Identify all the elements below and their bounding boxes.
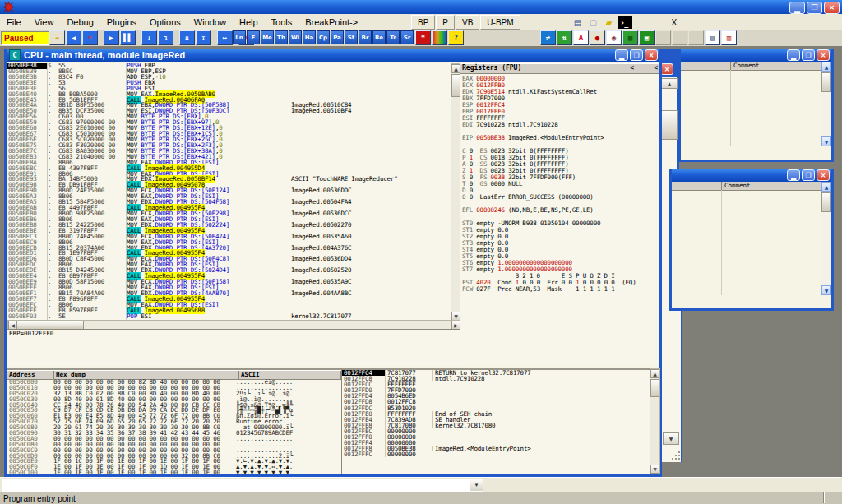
resize-grip[interactable]: [670, 451, 680, 461]
disasm-row[interactable]: 0050BEC3.8B0D 74F45000MOV ECX,DWORD PTR …: [7, 234, 451, 240]
menu-window[interactable]: Window: [187, 15, 233, 30]
disasm-row[interactable]: 0050BE83.C683 21040000 00MOV BYTE PTR DS…: [7, 155, 451, 160]
trace-over-icon[interactable]: ↧: [196, 30, 211, 45]
scroll-thumb[interactable]: [650, 379, 659, 397]
folder-icon[interactable]: ▰: [602, 16, 617, 29]
maximize-button[interactable]: ❐: [802, 49, 815, 61]
record-dot-icon[interactable]: ●: [590, 30, 605, 45]
document-icon[interactable]: ▢: [586, 16, 601, 29]
dump-row[interactable]: 0050C1001F 00 1F 00 1F 00 1F 00 1F 00 1F…: [7, 470, 341, 474]
run-to-return-icon[interactable]: ↦: [217, 30, 233, 45]
disasm-row[interactable]: 0050BEF7.E8 F896F8FFCALL ImageRed.004955…: [7, 297, 451, 303]
panel-button-ln[interactable]: Ln: [233, 30, 246, 44]
scroll-up-arrow[interactable]: ▲: [661, 78, 678, 89]
plugin-button-p[interactable]: P: [436, 15, 455, 30]
register-line[interactable]: T 0 GS 0000 NULL: [462, 181, 659, 187]
register-line[interactable]: EFL 00000246 (NO,NB,E,BE,NS,PE,GE,LE): [462, 207, 659, 214]
disasm-row[interactable]: 0050BEE9.8B0D 58F15000MOV ECX,DWORD PTR …: [7, 280, 451, 285]
disasm-row[interactable]: 0050BE8C.E8 4397F8FFCALL ImageRed.004955…: [7, 166, 451, 172]
plugin-button-bp[interactable]: BP: [411, 15, 435, 30]
disasm-row[interactable]: 0050BEFE.E8 8597F8FFCALL ImageRed.004956…: [7, 308, 451, 314]
help-icon[interactable]: ?: [448, 30, 464, 45]
appearance-palette-icon[interactable]: [432, 30, 447, 45]
disasm-row[interactable]: 0050BE3B.83C4 F0ADD ESP,-10: [7, 75, 451, 81]
menu-file[interactable]: File: [0, 15, 28, 30]
open-file-icon[interactable]: ▰: [49, 30, 65, 45]
panel-button-me[interactable]: Me: [261, 30, 274, 44]
ascii-a-icon[interactable]: A: [573, 30, 589, 45]
pause-icon[interactable]: ▌▌: [120, 30, 136, 45]
command-input[interactable]: [2, 479, 470, 491]
scrollbar[interactable]: ▲ ▼: [821, 182, 831, 295]
scroll-thumb[interactable]: [661, 110, 678, 140]
stack-pane[interactable]: 0012FFC47C817077RETURN to kernel32.7C817…: [341, 368, 650, 474]
close-button[interactable]: ×: [817, 169, 830, 181]
updown-arrows-icon[interactable]: ⇅: [557, 30, 572, 45]
panel-button-ha[interactable]: Ha: [303, 30, 316, 44]
panel-button-th[interactable]: Th: [275, 30, 288, 44]
menu-view[interactable]: View: [28, 15, 61, 30]
menu-tools[interactable]: Tools: [265, 15, 299, 30]
blank-button[interactable]: [655, 30, 671, 45]
close-button[interactable]: ×: [817, 49, 830, 61]
combobox-dropdown-button[interactable]: ▼: [470, 479, 483, 491]
console-icon[interactable]: ›_: [618, 16, 632, 29]
disasm-row[interactable]: 0050BF03.5EPOP ESIkernel32.7C817077: [7, 314, 451, 320]
blank-button[interactable]: [688, 30, 704, 45]
options-gear-icon[interactable]: *: [415, 30, 431, 45]
trace-into-icon[interactable]: ⇊: [179, 30, 195, 45]
cpu-titlebar[interactable]: C CPU - main thread, module ImageRed ▂ ❐…: [7, 49, 659, 62]
disasm-row[interactable]: 0050BEB0.8B0D 98F25000MOV ECX,DWORD PTR …: [7, 211, 451, 217]
bars-icon[interactable]: ▦: [622, 30, 638, 45]
register-line[interactable]: EDI 7C910228 ntdll.7C910228: [462, 122, 659, 128]
registers-panel-button[interactable]: <: [630, 64, 634, 72]
scroll-down-arrow[interactable]: ▼: [650, 465, 659, 474]
menu-help[interactable]: Help: [233, 15, 265, 30]
run-icon[interactable]: ▶: [104, 30, 119, 45]
menu-breakpoint[interactable]: BreakPoint->: [298, 15, 364, 30]
restore-button[interactable]: ❐: [630, 49, 643, 61]
scroll-up-arrow[interactable]: ▲: [650, 369, 659, 378]
fragment-close-button[interactable]: ×: [660, 63, 673, 75]
window-icon[interactable]: ▣: [639, 30, 655, 45]
scrollbar[interactable]: ▲ ▼: [821, 62, 831, 146]
notepad-icon[interactable]: ▤: [571, 16, 585, 29]
panel-button-br[interactable]: Br: [359, 30, 372, 44]
register-line[interactable]: O 0 LastErr ERROR_SUCCESS (00000000): [462, 194, 659, 201]
stack-row[interactable]: 0012FFFC00000000: [342, 451, 650, 457]
swap-arrows-icon[interactable]: ⇄: [540, 30, 556, 45]
register-line[interactable]: FCW 027F Prec NEAR,53 Mask 1 1 1 1 1 1: [462, 286, 659, 293]
menu-options[interactable]: Options: [143, 15, 187, 30]
close-program-icon[interactable]: ×: [82, 30, 98, 45]
minimize-button[interactable]: ▂: [615, 49, 628, 61]
scroll-down-arrow[interactable]: ▼: [663, 432, 679, 445]
blank-button[interactable]: [672, 30, 687, 45]
disassembly-pane[interactable]: 0050BE38$55PUSH EBP0050BE39.8BECMOV EBP,…: [7, 63, 451, 320]
restart-icon[interactable]: ◀: [66, 30, 81, 45]
panel-button-wi[interactable]: Wi: [289, 30, 302, 44]
notes-icon[interactable]: ▤: [705, 30, 720, 45]
menu-debug[interactable]: Debug: [60, 15, 99, 30]
registers-panel-button[interactable]: <: [654, 64, 658, 72]
disasm-row[interactable]: 0050BE38$55PUSH EBP: [7, 63, 451, 69]
panel-button-cp[interactable]: Cp: [317, 30, 330, 44]
stack-vscrollbar[interactable]: ▲ ▼: [650, 368, 660, 474]
restore-button[interactable]: ❐: [807, 2, 822, 14]
register-line[interactable]: EIP 0050BE38 ImageRed.<ModuleEntryPoint>: [462, 135, 659, 141]
list-icon[interactable]: ▥: [721, 30, 737, 45]
disasm-row[interactable]: 0050BED6.8B0D C8F45000MOV ECX,DWORD PTR …: [7, 257, 451, 262]
panel-button-st[interactable]: St: [345, 30, 358, 44]
hex-dump-pane[interactable]: Address Hex dump ASCII 0050C00000 00 00 …: [7, 368, 341, 474]
minimize-button[interactable]: ▂: [787, 169, 800, 181]
step-into-icon[interactable]: ↓: [141, 30, 157, 45]
spiral-icon[interactable]: ◉: [606, 30, 622, 45]
step-over-icon[interactable]: ↴: [158, 30, 173, 45]
panel-button-re[interactable]: Re: [372, 30, 386, 44]
disasm-row[interactable]: 0050BE3E.53PUSH EBX: [7, 81, 451, 86]
panel-button-sr[interactable]: Sr: [400, 30, 414, 44]
close-button[interactable]: ×: [824, 2, 840, 14]
plugin-button-vb[interactable]: VB: [456, 15, 479, 30]
registers-pane[interactable]: Registers (FPU) << EAX 00000000ECX 0012F…: [460, 63, 659, 365]
info-pane[interactable]: EBP=0012FFF0: [7, 329, 461, 366]
minimize-button[interactable]: ▂: [789, 2, 805, 14]
